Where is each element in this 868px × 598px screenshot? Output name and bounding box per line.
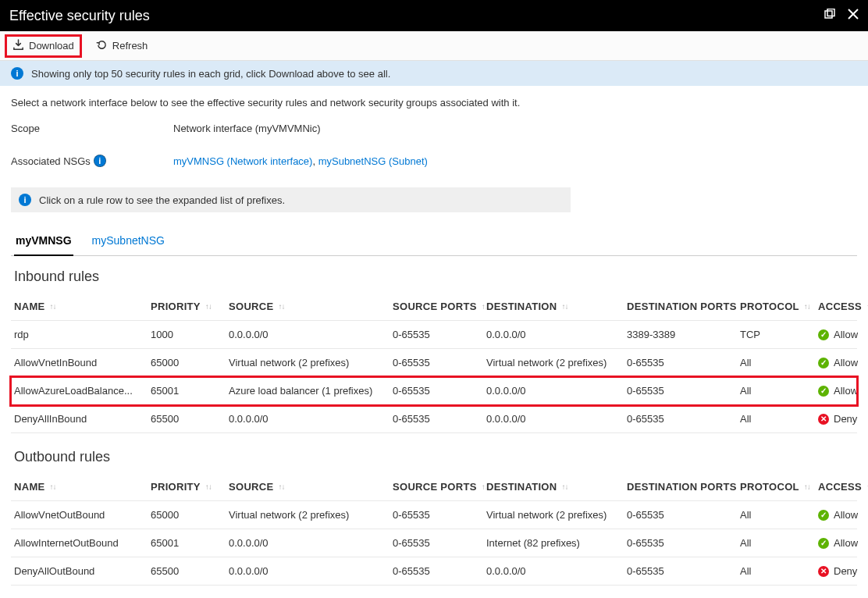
table-row[interactable]: AllowInternetOutBound650010.0.0.0/00-655…	[11, 529, 857, 557]
col-priority[interactable]: Priority↑↓	[151, 301, 229, 312]
access-label: Deny	[834, 565, 857, 577]
col-destination[interactable]: Destination↑↓	[486, 301, 627, 312]
nsg-link-interface[interactable]: myVMNSG (Network interface)	[173, 155, 312, 167]
cell: All	[740, 385, 818, 397]
sort-icon: ↑↓	[278, 302, 284, 311]
restore-icon[interactable]	[824, 9, 835, 23]
table-row[interactable]: rdp10000.0.0.0/00-655350.0.0.0/03389-338…	[11, 321, 857, 349]
cell: 0-65535	[627, 537, 740, 549]
tab-mysubnetnsg[interactable]: mySubnetNSG	[91, 230, 166, 255]
nsg-link-subnet[interactable]: mySubnetNSG (Subnet)	[318, 155, 428, 167]
col-dest-ports[interactable]: Destination Ports↑↓	[627, 481, 740, 493]
table-row[interactable]: DenyAllOutBound655000.0.0.0/00-655350.0.…	[11, 557, 857, 586]
info-bar-text: Showing only top 50 security rules in ea…	[31, 68, 390, 80]
allow-icon: ✓	[818, 386, 829, 397]
scope-value: Network interface (myVMVMNic)	[173, 123, 321, 134]
access-label: Allow	[834, 385, 858, 397]
cell: 0.0.0.0/0	[486, 413, 627, 425]
cell: 65000	[151, 357, 229, 368]
table-row[interactable]: DenyAllInBound655000.0.0.0/00-655350.0.0…	[11, 405, 857, 433]
cell: AllowVnetOutBound	[14, 509, 151, 521]
refresh-label: Refresh	[112, 40, 148, 52]
inbound-grid: Name↑↓ Priority↑↓ Source↑↓ Source Ports↑…	[11, 293, 857, 433]
cell: 0-65535	[627, 413, 740, 425]
allow-icon: ✓	[818, 510, 829, 521]
cell: 65001	[151, 537, 229, 549]
col-dest-ports[interactable]: Destination Ports↑↓	[627, 301, 740, 312]
col-name[interactable]: Name↑↓	[14, 481, 151, 493]
access-cell: ✓Allow	[818, 357, 868, 368]
cell: 0.0.0.0/0	[229, 413, 393, 425]
col-source[interactable]: Source↑↓	[229, 301, 393, 312]
cell: 0-65535	[393, 329, 486, 340]
cell: 3389-3389	[627, 329, 740, 340]
sort-icon: ↑↓	[205, 302, 212, 311]
cell: 0-65535	[627, 509, 740, 521]
associated-nsgs-label: Associated NSGs i	[11, 155, 173, 167]
cell: DenyAllOutBound	[14, 565, 151, 577]
cell: All	[740, 565, 818, 577]
deny-icon: ✕	[818, 566, 829, 577]
tab-myvmnsg[interactable]: myVMNSG	[14, 230, 73, 256]
toolbar: Download Refresh	[0, 31, 868, 61]
cell: 0-65535	[393, 509, 486, 521]
cell: 0.0.0.0/0	[229, 329, 393, 340]
col-source-ports[interactable]: Source Ports↑↓	[393, 301, 486, 312]
access-label: Allow	[834, 357, 858, 368]
table-row[interactable]: AllowAzureLoadBalance...65001Azure load …	[11, 377, 857, 405]
access-cell: ✕Deny	[818, 565, 868, 577]
sort-icon: ↑↓	[49, 482, 55, 491]
blade-title: Effective security rules	[9, 8, 150, 24]
cell: 0-65535	[393, 357, 486, 368]
sort-icon: ↑↓	[49, 302, 55, 311]
instruction-text: Select a network interface below to see …	[11, 97, 857, 109]
inbound-title: Inbound rules	[14, 269, 857, 285]
cell: 0-65535	[627, 357, 740, 368]
access-label: Allow	[834, 329, 858, 340]
table-row[interactable]: AllowVnetInBound65000Virtual network (2 …	[11, 349, 857, 377]
inbound-header: Name↑↓ Priority↑↓ Source↑↓ Source Ports↑…	[11, 293, 857, 321]
access-cell: ✓Allow	[818, 385, 868, 397]
info-bar: i Showing only top 50 security rules in …	[0, 61, 868, 86]
sort-icon: ↑↓	[561, 482, 567, 491]
cell: 65500	[151, 565, 229, 577]
cell: Azure load balancer (1 prefixes)	[229, 385, 393, 397]
cell: TCP	[740, 329, 818, 340]
refresh-button[interactable]: Refresh	[90, 36, 155, 56]
svg-rect-0	[825, 11, 832, 18]
col-protocol[interactable]: Protocol↑↓	[740, 301, 818, 312]
close-icon[interactable]	[848, 9, 859, 23]
cell: 0.0.0.0/0	[486, 385, 627, 397]
table-row[interactable]: AllowVnetOutBound65000Virtual network (2…	[11, 501, 857, 529]
download-button[interactable]: Download	[6, 36, 80, 56]
tip-text: Click on a rule row to see the expanded …	[39, 194, 285, 206]
col-priority[interactable]: Priority↑↓	[151, 481, 229, 493]
access-label: Allow	[834, 537, 858, 549]
col-name[interactable]: Name↑↓	[14, 301, 151, 312]
title-bar: Effective security rules	[0, 0, 868, 31]
cell: All	[740, 537, 818, 549]
svg-rect-1	[827, 9, 834, 16]
col-access[interactable]: Access↑↓	[818, 481, 868, 493]
cell: Virtual network (2 prefixes)	[486, 509, 627, 521]
cell: DenyAllInBound	[14, 413, 151, 425]
col-protocol[interactable]: Protocol↑↓	[740, 481, 818, 493]
col-access[interactable]: Access↑↓	[818, 301, 868, 312]
col-destination[interactable]: Destination↑↓	[486, 481, 627, 493]
cell: 1000	[151, 329, 229, 340]
info-icon[interactable]: i	[94, 155, 106, 167]
cell: 0-65535	[393, 565, 486, 577]
cell: 0.0.0.0/0	[229, 565, 393, 577]
cell: Virtual network (2 prefixes)	[229, 357, 393, 368]
cell: AllowInternetOutBound	[14, 537, 151, 549]
outbound-header: Name↑↓ Priority↑↓ Source↑↓ Source Ports↑…	[11, 473, 857, 501]
cell: 65000	[151, 509, 229, 521]
cell: All	[740, 509, 818, 521]
cell: 0.0.0.0/0	[229, 537, 393, 549]
col-source[interactable]: Source↑↓	[229, 481, 393, 493]
cell: Virtual network (2 prefixes)	[486, 357, 627, 368]
sort-icon: ↑↓	[804, 302, 810, 311]
cell: 0-65535	[393, 413, 486, 425]
col-source-ports[interactable]: Source Ports↑↓	[393, 481, 486, 493]
cell: 0-65535	[393, 537, 486, 549]
